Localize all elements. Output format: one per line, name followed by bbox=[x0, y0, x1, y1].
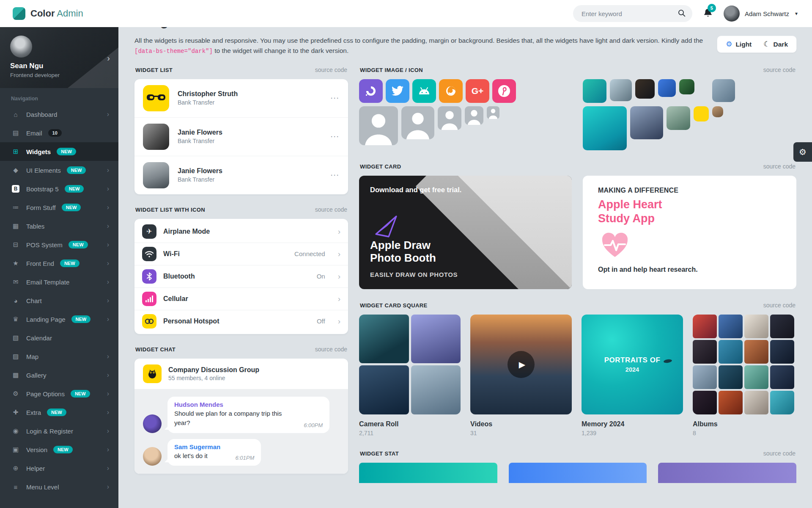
chat-text: ok let's do it bbox=[174, 451, 220, 461]
sidebar-nav-item[interactable]: ◉ Login & Register › bbox=[0, 422, 118, 440]
draw-card-top-text: Download and get free trial. bbox=[370, 186, 461, 194]
sidebar-nav-item[interactable]: ◆ UI Elements NEW › bbox=[0, 161, 118, 179]
photo-thumbnail[interactable] bbox=[583, 79, 606, 103]
setting-label: Airplane Mode bbox=[163, 228, 210, 235]
sidebar-nav-item[interactable]: ⊟ POS System NEW › bbox=[0, 235, 118, 254]
theme-dark-button[interactable]: ☾ Dark bbox=[757, 40, 794, 49]
avatar-placeholder[interactable] bbox=[438, 106, 461, 130]
avatar-placeholder[interactable] bbox=[465, 106, 483, 125]
albums-card[interactable]: Albums 8 bbox=[693, 315, 794, 436]
light-gear-icon: ⚙ bbox=[726, 40, 732, 49]
videos-card[interactable]: ▶ Videos 31 bbox=[470, 315, 572, 436]
setting-row-cellular[interactable]: Cellular › bbox=[134, 287, 348, 310]
firefox-icon[interactable] bbox=[439, 79, 463, 103]
photo-thumbnail[interactable] bbox=[694, 106, 709, 121]
chevron-right-icon: › bbox=[107, 53, 110, 63]
camera-roll-card[interactable]: Camera Roll 2,711 bbox=[359, 315, 461, 436]
page-description: All the widgets is reusable and responsi… bbox=[134, 36, 713, 56]
googleplus-icon[interactable]: G+ bbox=[466, 79, 489, 103]
apple-draw-card[interactable]: Download and get free trial. Apple Draw … bbox=[359, 176, 572, 289]
pinterest-icon[interactable] bbox=[492, 79, 516, 103]
photo-thumbnail bbox=[411, 315, 461, 364]
photo-thumbnail bbox=[359, 315, 409, 364]
sidebar-nav-item[interactable]: ✚ Extra NEW › bbox=[0, 403, 118, 422]
contact-avatar-photo bbox=[143, 162, 169, 188]
more-options-button[interactable]: ··· bbox=[331, 133, 340, 140]
sidebar-nav-item[interactable]: ⊞ Widgets NEW › bbox=[0, 142, 118, 161]
sidebar-nav-item[interactable]: ≡ Menu Level › bbox=[0, 478, 118, 496]
photo-thumbnail[interactable] bbox=[667, 106, 690, 130]
brand-title-light: Admin bbox=[57, 8, 83, 19]
chat-bubble: Sam Sugerman ok let's do it 6:01PM bbox=[167, 439, 261, 466]
theme-light-button[interactable]: ⚙ Light bbox=[720, 40, 757, 49]
setting-row-wifi[interactable]: Wi-Fi Connected › bbox=[134, 243, 348, 265]
play-button[interactable]: ▶ bbox=[508, 351, 535, 378]
widget-card-square-source-link[interactable]: source code bbox=[763, 302, 796, 309]
digitalocean-icon[interactable] bbox=[359, 79, 383, 103]
widget-list-source-link[interactable]: source code bbox=[315, 66, 347, 73]
nav-item-badge: NEW bbox=[53, 446, 73, 453]
contact-avatar-photo bbox=[143, 124, 169, 150]
contact-row[interactable]: Janie Flowers Bank Transfer ··· bbox=[134, 156, 348, 194]
brand-logo[interactable]: Color Admin bbox=[13, 7, 83, 20]
photo-thumbnail[interactable] bbox=[679, 79, 694, 94]
sidebar-nav-item[interactable]: ≔ Form Stuff NEW › bbox=[0, 198, 118, 217]
android-icon[interactable] bbox=[412, 79, 436, 103]
theme-settings-button[interactable]: ⚙ bbox=[793, 142, 812, 162]
avatar-placeholder[interactable] bbox=[487, 106, 499, 119]
photo-thumbnail[interactable] bbox=[610, 79, 632, 101]
sidebar-nav-item[interactable]: ⚙ Page Options NEW › bbox=[0, 384, 118, 403]
widget-chat-source-link[interactable]: source code bbox=[315, 346, 347, 353]
sidebar-nav-item[interactable]: ▣ Version NEW › bbox=[0, 440, 118, 459]
setting-row-airplane[interactable]: ✈ Airplane Mode › bbox=[134, 221, 348, 243]
search-icon[interactable] bbox=[678, 9, 686, 18]
description-text: All the widgets is reusable and responsi… bbox=[134, 37, 703, 44]
contact-row[interactable]: Janie Flowers Bank Transfer ··· bbox=[134, 117, 348, 156]
sidebar-nav-item[interactable]: ▧ Calendar › bbox=[0, 329, 118, 347]
more-options-button[interactable]: ··· bbox=[331, 94, 340, 102]
sidebar-nav-item[interactable]: ▦ Tables › bbox=[0, 217, 118, 235]
photo-thumbnail[interactable] bbox=[712, 106, 723, 117]
sidebar-nav-item[interactable]: ▤ Email 10 › bbox=[0, 124, 118, 142]
chat-author: Sam Sugerman bbox=[174, 443, 220, 450]
profile-role: Frontend developer bbox=[10, 72, 108, 78]
avatar-placeholder[interactable] bbox=[359, 106, 398, 145]
more-options-button[interactable]: ··· bbox=[331, 171, 340, 179]
sidebar-nav-item[interactable]: ▩ Gallery › bbox=[0, 366, 118, 384]
photo-thumbnail[interactable] bbox=[712, 79, 735, 102]
setting-row-bluetooth[interactable]: Bluetooth On › bbox=[134, 265, 348, 287]
user-menu[interactable]: Adam Schwartz ▾ bbox=[724, 6, 798, 22]
chevron-right-icon: › bbox=[107, 222, 109, 230]
sidebar-nav-item[interactable]: ▨ Map › bbox=[0, 347, 118, 366]
search-input[interactable] bbox=[582, 10, 678, 17]
widget-image-title: WIDGET IMAGE / ICON bbox=[360, 67, 423, 73]
avatar-placeholder[interactable] bbox=[401, 106, 434, 139]
chevron-right-icon: › bbox=[107, 464, 109, 472]
photo-thumbnail[interactable] bbox=[630, 106, 663, 139]
photo-thumbnail[interactable] bbox=[583, 106, 627, 150]
contact-row[interactable]: Christopher Struth Bank Transfer ··· bbox=[134, 79, 348, 117]
widget-stat-source-link[interactable]: source code bbox=[763, 450, 796, 457]
widget-card-source-link[interactable]: source code bbox=[763, 163, 796, 170]
sidebar-nav-item[interactable]: B Bootstrap 5 NEW › bbox=[0, 179, 118, 198]
memory-card[interactable]: PORTRAITS OF 2024 Memory 2024 1,239 bbox=[582, 315, 683, 436]
sidebar-nav-item[interactable]: ★ Front End NEW › bbox=[0, 254, 118, 273]
nav-item-label: Menu Level bbox=[26, 483, 59, 491]
chat-group-name: Company Discussion Group bbox=[168, 366, 259, 374]
photo-thumbnail[interactable] bbox=[635, 79, 655, 99]
setting-row-hotspot[interactable]: Personal Hotspot Off › bbox=[134, 310, 348, 332]
sidebar-nav-item[interactable]: ◕ Chart › bbox=[0, 291, 118, 310]
widget-image-source-link[interactable]: source code bbox=[763, 66, 796, 73]
sidebar-nav-item[interactable]: ♛ Landing Page NEW › bbox=[0, 310, 118, 329]
sidebar-profile[interactable]: Sean Ngu Frontend developer › bbox=[0, 27, 118, 88]
widget-list-icon-source-link[interactable]: source code bbox=[315, 206, 347, 213]
chat-message-list[interactable]: Hudson Mendes Should we plan for a compa… bbox=[134, 389, 348, 474]
nav-item-icon: ⊟ bbox=[11, 241, 20, 248]
twitter-icon[interactable] bbox=[386, 79, 409, 103]
card-count: 1,239 bbox=[582, 430, 683, 436]
sidebar-nav-item[interactable]: ⊕ Helper › bbox=[0, 459, 118, 478]
photo-thumbnail[interactable] bbox=[658, 79, 676, 97]
sidebar-nav-item[interactable]: ⌂ Dashboard › bbox=[0, 105, 118, 124]
sidebar-nav-item[interactable]: ✉ Email Template › bbox=[0, 273, 118, 291]
notifications-button[interactable]: 5 bbox=[703, 8, 713, 19]
